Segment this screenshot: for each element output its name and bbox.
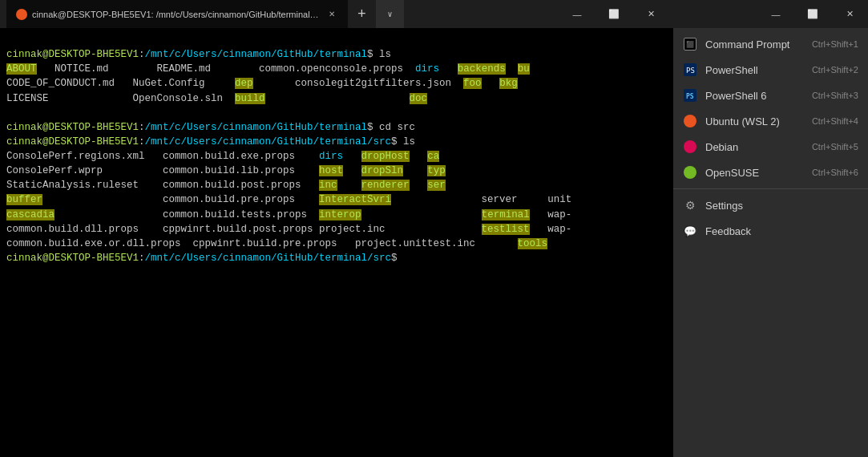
svg-text:PS: PS <box>686 67 695 75</box>
terminal-tab[interactable]: cinnak@DESKTOP-BHE5EV1: /mnt/c/Users/cin… <box>6 0 348 28</box>
minimize-icon: — <box>573 10 582 19</box>
terminal-line-14: cinnak@DESKTOP-BHE5EV1:/mnt/c/Users/cinn… <box>6 253 403 264</box>
powershell-icon: PS <box>683 63 697 77</box>
terminal-line-8: ConsolePerf.wprp common.build.lib.props … <box>6 165 446 176</box>
menu-label-command-prompt: Command Prompt <box>705 38 804 51</box>
menu-label-feedback: Feedback <box>705 225 858 237</box>
menu-item-command-prompt[interactable]: ⬛ Command Prompt Ctrl+Shift+1 <box>673 31 868 57</box>
dropdown-menu: ⬛ Command Prompt Ctrl+Shift+1 PS PowerSh… <box>673 28 868 247</box>
cmd-icon: ⬛ <box>683 37 697 51</box>
menu-divider <box>673 188 868 189</box>
terminal-line-6: cinnak@DESKTOP-BHE5EV1:/mnt/c/Users/cinn… <box>6 136 415 148</box>
opensuse-icon <box>683 165 697 180</box>
terminal-line-10: buffer common.build.pre.props InteractSv… <box>6 194 571 205</box>
dropdown-button[interactable]: ∨ <box>376 0 404 28</box>
right-panel: — ⬜ ✕ ⬛ Command Prompt Ctrl+Shift+1 PS P… <box>673 0 868 457</box>
menu-label-opensuse: OpenSUSE <box>705 167 804 179</box>
new-tab-icon: + <box>357 6 366 22</box>
menu-item-opensuse[interactable]: OpenSUSE Ctrl+Shift+6 <box>673 160 868 185</box>
menu-shortcut-ubuntu: Ctrl+Shift+4 <box>812 116 858 126</box>
svg-text:PS: PS <box>686 93 694 100</box>
maximize-icon: ⬜ <box>608 9 620 19</box>
terminal-content[interactable]: cinnak@DESKTOP-BHE5EV1:/mnt/c/Users/cinn… <box>0 28 676 285</box>
menu-label-powershell6: PowerShell 6 <box>705 90 804 102</box>
menu-shortcut-opensuse: Ctrl+Shift+6 <box>812 168 858 177</box>
terminal-line-4: LICENSE OpenConsole.sln build doc <box>6 93 427 104</box>
tab-close-button[interactable]: ✕ <box>325 8 338 21</box>
maximize-button[interactable]: ⬜ <box>595 0 632 28</box>
terminal-line-1: cinnak@DESKTOP-BHE5EV1:/mnt/c/Users/cinn… <box>6 49 391 60</box>
terminal-line-3: CODE_OF_CONDUCT.md NuGet.Config dep cons… <box>6 78 518 89</box>
debian-icon <box>683 140 697 154</box>
tab-label: cinnak@DESKTOP-BHE5EV1: /mnt/c/Users/cin… <box>32 10 321 19</box>
menu-label-debian: Debian <box>705 141 804 153</box>
close-button[interactable]: ✕ <box>632 0 669 28</box>
title-bar: cinnak@DESKTOP-BHE5EV1: /mnt/c/Users/cin… <box>0 0 676 28</box>
right-minimize-button[interactable]: — <box>757 0 794 28</box>
menu-item-powershell6[interactable]: PS PowerShell 6 Ctrl+Shift+3 <box>673 83 868 108</box>
right-close-button[interactable]: ✕ <box>831 0 868 28</box>
feedback-icon: 💬 <box>683 224 697 238</box>
terminal-line-9: StaticAnalysis.ruleset common.build.post… <box>6 180 446 191</box>
powershell6-icon: PS <box>683 88 697 103</box>
menu-shortcut-debian: Ctrl+Shift+5 <box>812 142 858 152</box>
menu-label-ubuntu: Ubuntu (WSL 2) <box>705 115 804 127</box>
terminal-window: cinnak@DESKTOP-BHE5EV1: /mnt/c/Users/cin… <box>0 0 676 457</box>
menu-label-settings: Settings <box>705 200 858 212</box>
terminal-line-12: common.build.dll.props cppwinrt.build.po… <box>6 224 571 235</box>
terminal-line-5: cinnak@DESKTOP-BHE5EV1:/mnt/c/Users/cinn… <box>6 122 415 133</box>
window-controls: — ⬜ ✕ <box>559 0 669 28</box>
dropdown-arrow-icon: ∨ <box>387 10 392 19</box>
terminal-line-13: common.build.exe.or.dll.props cppwinrt.b… <box>6 238 547 249</box>
menu-shortcut-command-prompt: Ctrl+Shift+1 <box>812 39 858 49</box>
menu-label-powershell: PowerShell <box>705 64 804 76</box>
new-tab-button[interactable]: + <box>348 0 376 28</box>
settings-icon: ⚙ <box>683 198 697 212</box>
right-top-bar: — ⬜ ✕ <box>673 0 868 28</box>
tab-distro-icon <box>16 9 27 20</box>
menu-item-feedback[interactable]: 💬 Feedback <box>673 218 868 244</box>
menu-shortcut-powershell: Ctrl+Shift+2 <box>812 65 858 75</box>
menu-item-settings[interactable]: ⚙ Settings <box>673 192 868 218</box>
ubuntu-icon <box>683 114 697 128</box>
menu-item-ubuntu[interactable]: Ubuntu (WSL 2) Ctrl+Shift+4 <box>673 108 868 134</box>
terminal-line-11: cascadia common.build.tests.props intero… <box>6 209 571 220</box>
close-icon: ✕ <box>648 9 655 19</box>
menu-item-debian[interactable]: Debian Ctrl+Shift+5 <box>673 134 868 160</box>
minimize-button[interactable]: — <box>559 0 595 28</box>
menu-item-powershell[interactable]: PS PowerShell Ctrl+Shift+2 <box>673 57 868 83</box>
menu-shortcut-powershell6: Ctrl+Shift+3 <box>812 91 858 100</box>
right-maximize-button[interactable]: ⬜ <box>794 0 831 28</box>
terminal-line-7: ConsolePerf.regions.xml common.build.exe… <box>6 151 439 162</box>
terminal-line-2: ABOUT NOTICE.md README.md common.opencon… <box>6 63 530 75</box>
